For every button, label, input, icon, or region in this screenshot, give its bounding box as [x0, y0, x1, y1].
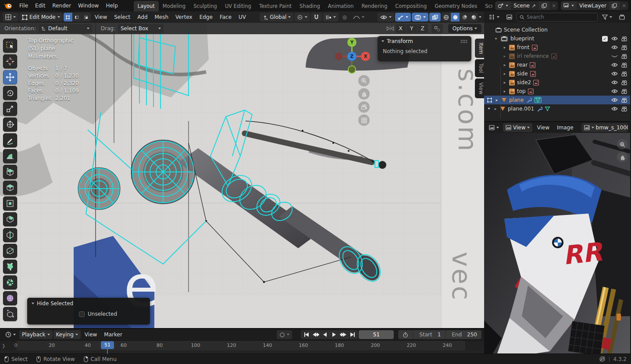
image-mode-dropdown[interactable]: View: [503, 123, 532, 132]
menu-help[interactable]: Help: [102, 0, 121, 11]
chevron-right-icon[interactable]: ▸: [503, 80, 507, 85]
eye-icon[interactable]: [611, 98, 618, 102]
gizmo-axis-x-neg[interactable]: [335, 53, 342, 60]
tool-move[interactable]: [3, 70, 17, 84]
pin-icon[interactable]: [531, 4, 536, 8]
shading-solid[interactable]: [451, 13, 460, 21]
chevron-right-icon[interactable]: ▸: [495, 98, 499, 102]
mirror-z-button[interactable]: Z: [417, 24, 428, 33]
play-button[interactable]: [329, 331, 339, 339]
proportional-falloff-button[interactable]: [350, 13, 367, 21]
playback-menu[interactable]: Playback: [19, 330, 53, 339]
image-zoom-button[interactable]: [617, 139, 627, 150]
grid-ortho-button[interactable]: [358, 114, 370, 126]
outliner-row-top[interactable]: ▸ top: [484, 87, 630, 96]
drag-dropdown[interactable]: Select Box: [118, 24, 164, 33]
timeline-ruler[interactable]: ❯ 0 20 40 60 80 100 120 140 160 180 200 …: [0, 340, 484, 353]
eye-closed-icon[interactable]: [611, 54, 618, 58]
eye-icon[interactable]: [611, 63, 618, 67]
outliner-row-front[interactable]: ▸ front: [484, 43, 630, 52]
tab-rendering[interactable]: Rendering: [357, 1, 391, 11]
snap-base-button[interactable]: [431, 24, 443, 33]
tab-modeling[interactable]: Modeling: [159, 1, 189, 11]
camera-icon[interactable]: [621, 36, 628, 41]
sidebar-tab-tool[interactable]: Tool: [475, 59, 484, 77]
outliner-search[interactable]: [517, 13, 598, 21]
end-frame-field[interactable]: End250: [446, 330, 481, 339]
snap-settings-button[interactable]: [323, 13, 339, 21]
vp-menu-select[interactable]: Select: [111, 14, 133, 20]
chevron-right-icon[interactable]: ▸: [503, 89, 507, 93]
vp-menu-edge[interactable]: Edge: [196, 14, 216, 20]
tab-geometry-nodes[interactable]: Geometry Nodes: [431, 1, 481, 11]
transform-orientation[interactable]: Global: [260, 13, 293, 21]
xray-toggle[interactable]: [429, 13, 441, 21]
menu-file[interactable]: File: [16, 0, 32, 11]
outliner-row-rear[interactable]: ▸ rear: [484, 61, 630, 69]
tab-sculpting[interactable]: Sculpting: [189, 1, 221, 11]
tab-uv-editing[interactable]: UV Editing: [221, 1, 255, 11]
playhead[interactable]: 51: [101, 341, 114, 349]
auto-key-button[interactable]: [277, 330, 292, 339]
eye-icon[interactable]: [611, 89, 618, 93]
outliner-editor-type-button[interactable]: [486, 13, 502, 21]
tool-inset-faces[interactable]: [3, 196, 17, 211]
tool-transform[interactable]: [3, 118, 17, 132]
gizmo-axis-x[interactable]: X: [361, 52, 370, 61]
collapse-icon[interactable]: [32, 303, 34, 304]
image-editor-canvas[interactable]: RR: [484, 133, 630, 353]
shading-wireframe[interactable]: [442, 13, 450, 21]
tool-loop-cut[interactable]: [3, 228, 17, 242]
chevron-down-icon[interactable]: ▾: [494, 36, 498, 41]
tab-compositing[interactable]: Compositing: [391, 1, 431, 11]
viewlayer-copy-button[interactable]: [609, 1, 620, 10]
outliner-row-scene-collection[interactable]: Scene Collection: [484, 25, 630, 34]
camera-icon[interactable]: [621, 98, 628, 103]
chevron-right-icon[interactable]: ▸: [503, 45, 507, 50]
sidebar-tab-view[interactable]: View: [475, 79, 484, 98]
tool-poly-build[interactable]: [3, 260, 17, 274]
proportional-editing-button[interactable]: ◎: [339, 13, 349, 21]
sidebar-tab-item[interactable]: Item: [475, 39, 484, 58]
blender-logo-icon[interactable]: [4, 2, 13, 10]
image-editor-type-button[interactable]: [486, 123, 502, 132]
camera-view-button[interactable]: [358, 101, 370, 113]
play-reverse-button[interactable]: [320, 331, 329, 339]
pan-button[interactable]: [358, 88, 370, 100]
unselected-checkbox[interactable]: [79, 311, 85, 317]
camera-icon[interactable]: [621, 89, 628, 94]
scene-name[interactable]: Scene: [511, 1, 539, 10]
viewlayer-remove-button[interactable]: ×: [620, 3, 628, 9]
tab-texture-paint[interactable]: Texture Paint: [255, 1, 296, 11]
menu-render[interactable]: Render: [49, 0, 75, 11]
exclude-checkbox[interactable]: ✓: [602, 36, 608, 42]
timeline-view-menu[interactable]: View: [82, 332, 100, 338]
eye-icon[interactable]: [611, 107, 618, 111]
pivot-point-button[interactable]: [294, 13, 310, 21]
vp-menu-vertex[interactable]: Vertex: [172, 14, 196, 20]
tool-cursor[interactable]: [3, 54, 17, 68]
camera-icon[interactable]: [621, 71, 628, 76]
vp-menu-add[interactable]: Add: [134, 14, 150, 20]
tool-smooth[interactable]: [3, 291, 17, 305]
tool-knife[interactable]: [3, 244, 17, 258]
ie-menu-view[interactable]: View: [534, 125, 552, 131]
ie-menu-image[interactable]: Image: [554, 125, 577, 131]
chevron-right-icon[interactable]: ▸: [503, 71, 507, 76]
tool-extrude-region[interactable]: [3, 181, 17, 195]
camera-icon[interactable]: [621, 54, 628, 59]
eye-icon[interactable]: [611, 71, 618, 76]
drag-grip-icon[interactable]: [460, 39, 467, 43]
outliner-display-mode-button[interactable]: [504, 13, 515, 21]
new-collection-button[interactable]: [617, 13, 628, 21]
tool-bevel[interactable]: [3, 212, 17, 226]
timeline-editor-type-button[interactable]: [3, 330, 18, 339]
mesh-data-icon[interactable]: [535, 97, 541, 103]
overlays-toggle[interactable]: [412, 13, 428, 21]
chevron-right-icon[interactable]: ▸: [503, 54, 507, 58]
tab-animation[interactable]: Animation: [324, 1, 358, 11]
select-mode-edge[interactable]: [73, 13, 82, 21]
tool-select-box[interactable]: [3, 39, 17, 53]
collapse-icon[interactable]: [381, 40, 384, 42]
menu-window[interactable]: Window: [75, 0, 102, 11]
